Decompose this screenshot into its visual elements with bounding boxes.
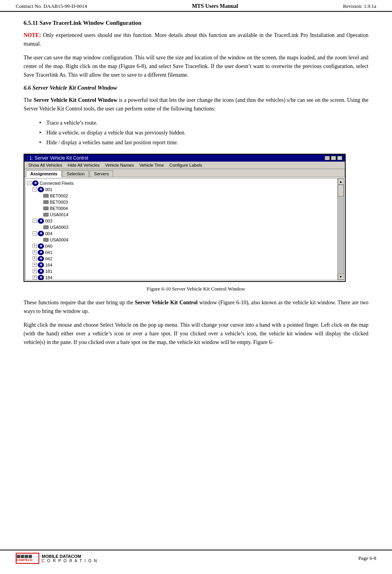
window-titlebar-buttons[interactable]: _ □ ×: [324, 156, 343, 160]
tree-expand-btn[interactable]: +: [33, 263, 37, 267]
list-item: Trace a vehicle’s route.: [39, 119, 368, 127]
para-after-figure1: These functions require that the user br…: [24, 298, 368, 315]
tree-expand-btn[interactable]: +: [33, 275, 37, 280]
fleet-icon: ⊕: [38, 231, 44, 236]
tree-placeholder: [38, 200, 42, 204]
scroll-track[interactable]: [338, 185, 344, 274]
tree-collapse-root[interactable]: −: [27, 181, 31, 185]
tree-item[interactable]: +⊕040: [27, 243, 336, 249]
tree-expand-btn[interactable]: −: [33, 231, 37, 235]
menu-vehicle-names[interactable]: Vehicle Names: [103, 162, 136, 168]
tab-assignments[interactable]: Assignments: [26, 170, 62, 177]
window-body: − ⊕ Connected Fleets −⊕001BET0002BET0003…: [25, 178, 344, 280]
page-footer: ⬛⬛⬛⬛ COMTECH MOBILE DATACOM C O R P O R …: [0, 550, 392, 566]
tree-item-label: BET0004: [50, 206, 68, 211]
tree-item[interactable]: +⊕164: [27, 262, 336, 268]
note-text: Only experienced users should use this f…: [24, 32, 368, 47]
section-6-6-para1: The Server Vehicle Kit Control Window is…: [24, 96, 368, 113]
tree-item-label: 164: [45, 263, 52, 267]
server-vehicle-kit-control-window: : 1: Server Vehicle Kit Control _ □ × Sh…: [24, 154, 346, 282]
fleet-icon: ⊕: [38, 262, 44, 268]
close-button[interactable]: ×: [337, 156, 343, 160]
scroll-thumb[interactable]: [338, 185, 344, 197]
section-6-5-11-para1: The user can save the map window configu…: [24, 53, 368, 79]
tree-item[interactable]: USA0014: [27, 212, 336, 218]
tree-expand-btn[interactable]: −: [33, 187, 37, 191]
tree-placeholder: [38, 237, 42, 242]
note-label: NOTE:: [24, 32, 41, 38]
tree-item[interactable]: −⊕004: [27, 230, 336, 237]
vehicle-icon: [43, 200, 49, 204]
fleet-icon: ⊕: [38, 275, 44, 280]
tree-placeholder: [38, 193, 42, 198]
menu-hide-all-vehicles[interactable]: Hide All Vehicles: [65, 162, 102, 168]
tree-item[interactable]: BET0002: [27, 193, 336, 199]
bullet-list: Trace a vehicle’s route. Hide a vehicle,…: [39, 119, 368, 147]
comtech-logo: ⬛⬛⬛⬛ COMTECH: [16, 553, 39, 564]
tree-nodes-container: −⊕001BET0002BET0003BET0004USA0014−⊕003US…: [27, 186, 336, 280]
tree-item-label: USA0003: [50, 225, 68, 230]
tree-expand-btn[interactable]: +: [33, 244, 37, 248]
tree-item[interactable]: −⊕003: [27, 218, 336, 224]
figure-caption: Figure 6-10 Server Vehicle Kit Control W…: [24, 286, 368, 292]
tree-item-label: 181: [45, 269, 52, 274]
note-paragraph: NOTE: Only experienced users should use …: [24, 31, 368, 48]
section-6-6-heading: 6.6 Server Vehicle Kit Control Window: [24, 85, 368, 91]
fleet-icon: ⊕: [38, 250, 44, 255]
tree-expand-btn[interactable]: +: [33, 250, 37, 254]
maximize-button[interactable]: □: [331, 156, 336, 160]
vehicle-icon: [43, 238, 49, 242]
menu-vehicle-time[interactable]: Vehicle Time: [137, 162, 166, 168]
section-6-5-11-heading: 6.5.11 Save TracerLink Window Configurat…: [24, 20, 368, 26]
footer-page: Page 6-8: [358, 555, 376, 561]
tree-panel[interactable]: − ⊕ Connected Fleets −⊕001BET0002BET0003…: [26, 178, 337, 280]
logo-text: ⬛⬛⬛⬛ COMTECH: [16, 555, 38, 562]
menu-configure-labels[interactable]: Configure Labels: [167, 162, 204, 168]
tree-item-label: 003: [45, 219, 52, 223]
footer-company: MOBILE DATACOM C O R P O R A T I O N: [42, 554, 98, 563]
tree-item-label: 184: [45, 275, 52, 280]
tree-item-label: BET0002: [50, 193, 68, 198]
tree-item[interactable]: USA0004: [27, 237, 336, 243]
fleet-icon: ⊕: [38, 243, 44, 249]
tree-item-label: 001: [45, 187, 52, 192]
tree-item[interactable]: +⊕041: [27, 249, 336, 256]
tree-item[interactable]: BET0003: [27, 199, 336, 205]
tree-item-label: 004: [45, 231, 52, 236]
scroll-up-arrow[interactable]: ▲: [338, 178, 344, 185]
tab-selection[interactable]: Selection: [62, 170, 89, 177]
tree-expand-btn[interactable]: +: [33, 256, 37, 261]
para-after-figure1-bold: Server Vehicle Kit Control: [135, 300, 198, 305]
tree-item[interactable]: −⊕001: [27, 186, 336, 193]
tree-item[interactable]: +⊕181: [27, 268, 336, 274]
tree-expand-btn[interactable]: −: [33, 219, 37, 223]
para-after-figure2: Right click the mouse and choose Select …: [24, 321, 368, 346]
scroll-down-arrow[interactable]: ▼: [338, 274, 344, 280]
scrollbar[interactable]: ▲ ▼: [337, 178, 344, 280]
tree-expand-btn[interactable]: +: [33, 269, 37, 273]
tab-servers[interactable]: Servers: [90, 170, 113, 177]
fleet-icon-root: ⊕: [32, 180, 38, 186]
window-tabs: Assignments Selection Servers: [24, 169, 345, 177]
fleet-icon: ⊕: [38, 256, 44, 261]
header-center: MTS Users Manual: [192, 3, 238, 9]
tree-item-label: USA0004: [50, 237, 68, 242]
tree-item[interactable]: BET0004: [27, 205, 336, 212]
para-after-figure1-pre: These functions require that the user br…: [24, 300, 135, 305]
tree-item[interactable]: +⊕042: [27, 256, 336, 262]
vehicle-icon: [43, 194, 49, 198]
tree-item[interactable]: +⊕184: [27, 274, 336, 280]
page-header: Contract No. DAAB15-99-D-0014 MTS Users …: [0, 0, 392, 12]
tree-item-label: BET0003: [50, 200, 68, 204]
tree-placeholder: [38, 212, 42, 217]
minimize-button[interactable]: _: [324, 156, 330, 160]
section-6-6-para1-bold: Server Vehicle Kit Control Window: [34, 97, 117, 103]
tree-item[interactable]: USA0003: [27, 224, 336, 230]
window-menubar: Show All Vehicles Hide All Vehicles Vehi…: [24, 162, 345, 169]
fleet-icon: ⊕: [38, 187, 44, 192]
list-item: Hide / display a vehicles name and last …: [39, 138, 368, 147]
menu-show-all-vehicles[interactable]: Show All Vehicles: [26, 162, 64, 168]
footer-logo: ⬛⬛⬛⬛ COMTECH MOBILE DATACOM C O R P O R …: [16, 553, 98, 564]
tree-root[interactable]: − ⊕ Connected Fleets: [27, 180, 336, 186]
tree-item-label: USA0014: [50, 212, 68, 217]
